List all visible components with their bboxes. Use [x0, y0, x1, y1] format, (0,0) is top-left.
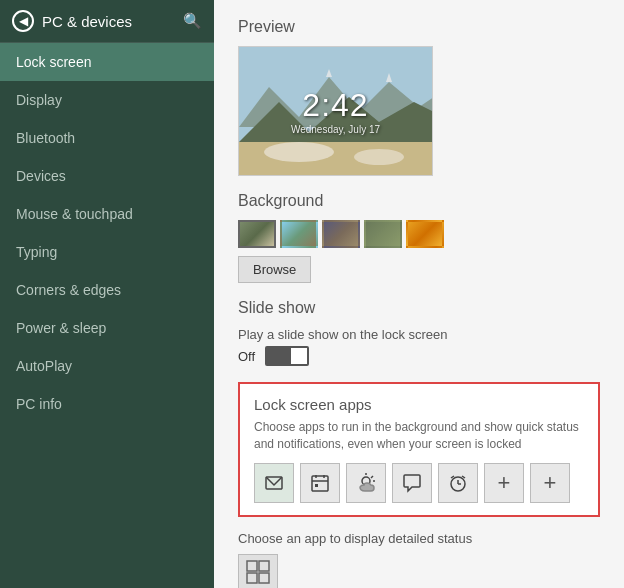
background-title: Background [238, 192, 600, 210]
back-icon[interactable]: ◀ [12, 10, 34, 32]
app-icon-messaging[interactable] [392, 463, 432, 503]
sidebar-item-devices[interactable]: Devices [0, 157, 214, 195]
slideshow-toggle[interactable] [265, 346, 309, 366]
sidebar-title: PC & devices [42, 13, 132, 30]
sidebar-item-display[interactable]: Display [0, 81, 214, 119]
app-icon-calendar[interactable] [300, 463, 340, 503]
lock-apps-section: Lock screen apps Choose apps to run in t… [238, 382, 600, 517]
bg-thumb-2[interactable] [280, 220, 318, 248]
app-icon-add-2[interactable]: + [530, 463, 570, 503]
svg-rect-23 [247, 561, 257, 571]
app-icon-alarms[interactable] [438, 463, 478, 503]
slideshow-toggle-row: Off [238, 346, 600, 366]
sidebar: ◀ PC & devices 🔍 Lock screen Display Blu… [0, 0, 214, 588]
bg-thumb-1[interactable] [238, 220, 276, 248]
background-thumbnails [238, 220, 600, 248]
lock-apps-title: Lock screen apps [254, 396, 584, 413]
sidebar-header[interactable]: ◀ PC & devices 🔍 [0, 0, 214, 43]
app-icon-mail[interactable] [254, 463, 294, 503]
browse-button[interactable]: Browse [238, 256, 311, 283]
sidebar-item-pc-info[interactable]: PC info [0, 385, 214, 423]
preview-time: 2:42 Wednesday, July 17 [291, 87, 380, 135]
preview-image: 2:42 Wednesday, July 17 [238, 46, 433, 176]
lock-apps-description: Choose apps to run in the background and… [254, 419, 584, 453]
sidebar-item-mouse-touchpad[interactable]: Mouse & touchpad [0, 195, 214, 233]
sidebar-item-lock-screen[interactable]: Lock screen [0, 43, 214, 81]
detailed-status-app-icon[interactable] [238, 554, 278, 588]
slideshow-title: Slide show [238, 299, 600, 317]
bg-thumb-5[interactable] [406, 220, 444, 248]
detailed-status-description: Choose an app to display detailed status [238, 531, 600, 546]
svg-rect-24 [259, 561, 269, 571]
bg-thumb-3[interactable] [322, 220, 360, 248]
preview-title: Preview [238, 18, 600, 36]
sidebar-item-autoplay[interactable]: AutoPlay [0, 347, 214, 385]
slideshow-toggle-label: Off [238, 349, 255, 364]
svg-rect-9 [312, 476, 328, 491]
sidebar-item-typing[interactable]: Typing [0, 233, 214, 271]
sidebar-nav: Lock screen Display Bluetooth Devices Mo… [0, 43, 214, 588]
svg-point-7 [354, 149, 404, 165]
bg-thumb-4[interactable] [364, 220, 402, 248]
slideshow-description: Play a slide show on the lock screen [238, 327, 600, 342]
app-icon-add-1[interactable]: + [484, 463, 524, 503]
svg-line-16 [371, 476, 373, 478]
sidebar-item-power-sleep[interactable]: Power & sleep [0, 309, 214, 347]
svg-rect-13 [315, 484, 318, 487]
svg-point-6 [264, 142, 334, 162]
svg-rect-25 [247, 573, 257, 583]
svg-rect-26 [259, 573, 269, 583]
app-icon-weather[interactable] [346, 463, 386, 503]
sidebar-item-corners-edges[interactable]: Corners & edges [0, 271, 214, 309]
main-content: Preview 2:42 Wednesday, July 17 Backgrou… [214, 0, 624, 588]
sidebar-item-bluetooth[interactable]: Bluetooth [0, 119, 214, 157]
slideshow-section: Slide show Play a slide show on the lock… [238, 299, 600, 366]
search-icon[interactable]: 🔍 [183, 12, 202, 30]
lock-apps-icons-row: + + [254, 463, 584, 503]
svg-rect-5 [239, 142, 433, 176]
